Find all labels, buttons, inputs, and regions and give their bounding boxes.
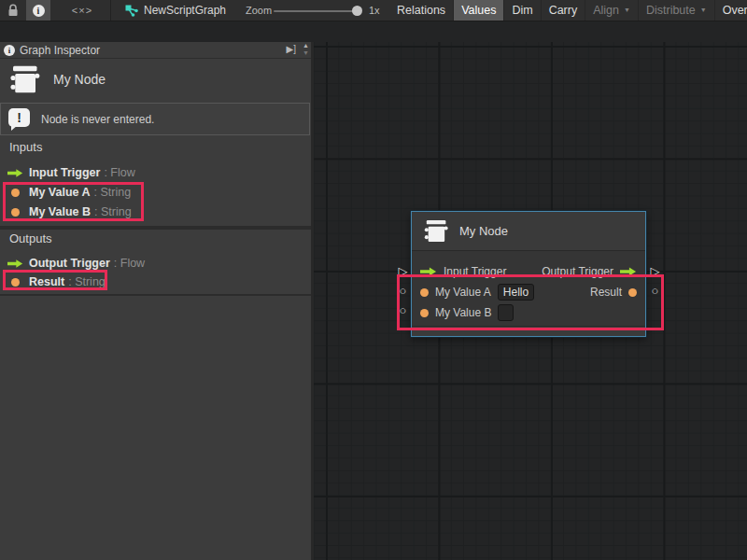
values-button[interactable]: Values xyxy=(453,0,503,21)
outputs-heading: Outputs xyxy=(9,231,52,245)
distribute-dropdown[interactable]: Distribute▼ xyxy=(638,0,714,21)
inspected-node-title: My Node xyxy=(53,72,106,87)
script-graph-asset-icon xyxy=(125,5,138,17)
annotation-box-inputs xyxy=(3,182,144,221)
unit-node-icon xyxy=(7,63,41,96)
overview-button[interactable]: Overview xyxy=(714,0,747,21)
spinner-up-icon: ▲ xyxy=(303,42,309,49)
inspected-node-header: My Node xyxy=(0,59,311,100)
annotation-box-result xyxy=(3,270,107,290)
warning-icon: ! xyxy=(7,106,32,132)
inspector-title: Graph Inspector xyxy=(20,44,100,57)
unit-node-icon xyxy=(422,217,449,245)
lock-icon xyxy=(7,4,19,17)
panel-collapse-icon[interactable]: ▶] xyxy=(287,44,296,54)
graph-asset-name: NewScriptGraph xyxy=(144,4,226,17)
toolbar-separator xyxy=(110,0,111,21)
zoom-slider[interactable] xyxy=(274,10,359,12)
code-view-button[interactable]: <×> xyxy=(62,0,103,21)
inspector-header: i Graph Inspector ▶] ▲ ▼ xyxy=(0,42,311,59)
carry-button[interactable]: Carry xyxy=(541,0,585,21)
chevron-down-icon: ▼ xyxy=(624,7,630,13)
lock-button[interactable] xyxy=(2,0,24,21)
zoom-value: 1x xyxy=(369,0,380,21)
panel-spinner[interactable]: ▲ ▼ xyxy=(303,42,309,57)
script-graph-window: Script Graph ⋮ ✕ i <×> NewSc xyxy=(0,0,747,560)
warning-box: ! Node is never entered. xyxy=(0,103,310,135)
spinner-down-icon: ▼ xyxy=(303,49,309,57)
zoom-label: Zoom xyxy=(246,0,272,21)
panel-divider[interactable] xyxy=(311,42,314,560)
info-icon: i xyxy=(33,5,45,17)
inspector-toggle-button[interactable]: i xyxy=(26,0,50,21)
annotation-box-node-values xyxy=(397,274,664,330)
warning-text: Node is never entered. xyxy=(41,113,154,126)
zoom-slider-handle[interactable] xyxy=(352,6,362,16)
node-title: My Node xyxy=(459,224,508,238)
port-row-input-trigger: Input Trigger : Flow xyxy=(0,163,311,182)
graph-asset-button[interactable]: NewScriptGraph xyxy=(120,0,232,21)
info-icon: i xyxy=(4,45,15,56)
toolbar: i <×> NewScriptGraph Zoom 1x Relations V… xyxy=(0,0,747,21)
section-divider xyxy=(0,294,311,296)
flow-port-icon xyxy=(7,168,23,178)
align-dropdown[interactable]: Align▼ xyxy=(585,0,638,21)
node-header[interactable]: My Node xyxy=(412,212,645,251)
dim-button[interactable]: Dim xyxy=(503,0,540,21)
toolbar-button-group: Relations Values Dim Carry Align▼ Distri… xyxy=(389,0,747,21)
section-divider xyxy=(0,226,311,230)
chevron-down-icon: ▼ xyxy=(700,7,707,13)
relations-button[interactable]: Relations xyxy=(389,0,453,21)
inputs-heading: Inputs xyxy=(9,140,42,154)
graph-inspector-panel: i Graph Inspector ▶] ▲ ▼ My Node ! xyxy=(0,42,311,560)
flow-port-icon xyxy=(7,259,23,269)
